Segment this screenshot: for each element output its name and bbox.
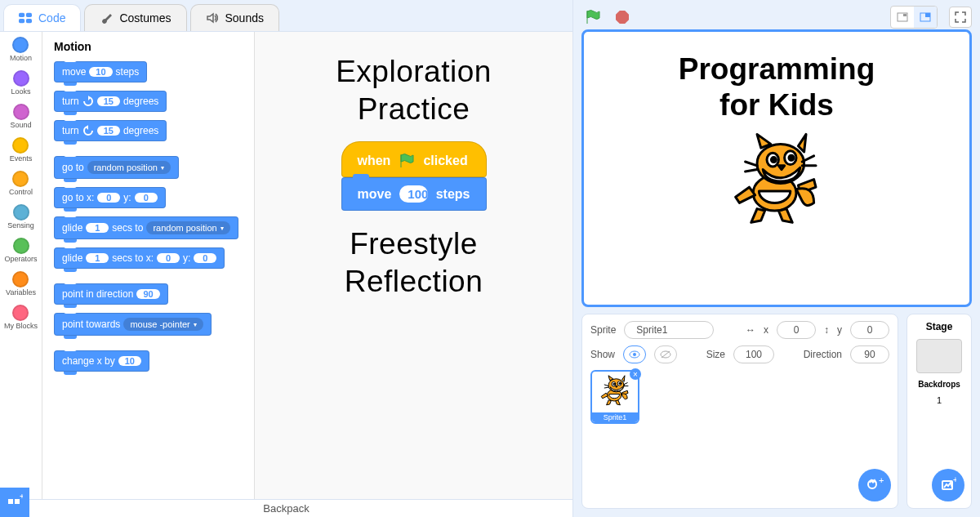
demo-script[interactable]: whenclicked move100steps: [341, 141, 487, 211]
category-label: Operators: [4, 256, 37, 263]
category-operators[interactable]: Operators: [4, 238, 37, 263]
sound-icon: [206, 11, 219, 25]
block-glidexy[interactable]: glide1secs to x:0y:0: [54, 247, 225, 269]
block-gotoxy[interactable]: go to x:0y:0: [54, 187, 166, 208]
svg-text:+: +: [20, 494, 23, 501]
tab-costumes-label: Costumes: [119, 11, 171, 25]
backdrop-thumbnail[interactable]: [916, 339, 962, 373]
dropdown[interactable]: random position: [87, 161, 171, 174]
block-changex[interactable]: change x by10: [54, 350, 149, 372]
svg-text:+: +: [879, 476, 884, 485]
backdrops-label: Backdrops: [918, 380, 960, 389]
stage-view-modes: [890, 6, 938, 29]
block-move-script[interactable]: move100steps: [341, 177, 487, 211]
svg-rect-12: [19, 19, 24, 23]
category-label: Sensing: [7, 222, 34, 230]
tab-costumes[interactable]: Costumes: [84, 4, 186, 31]
category-dot-icon: [12, 305, 29, 321]
editor-tabs: Code Costumes Sounds: [0, 0, 572, 31]
show-button[interactable]: [623, 345, 646, 363]
category-label: My Blocks: [4, 323, 38, 330]
stage-label: Stage: [926, 321, 953, 332]
block-goto[interactable]: go torandom position: [54, 156, 179, 179]
svg-text:+: +: [953, 477, 956, 484]
block-turn-ccw[interactable]: turn15degrees: [54, 120, 167, 141]
script-workspace[interactable]: Exploration Practice whenclicked move100…: [255, 32, 572, 499]
block-move[interactable]: move10steps: [54, 61, 147, 82]
category-motion[interactable]: Motion: [10, 37, 32, 62]
add-backdrop-button[interactable]: +: [932, 469, 964, 501]
block-glide[interactable]: glide1secs torandom position: [54, 216, 238, 239]
block-when-flag[interactable]: whenclicked: [341, 141, 487, 177]
sprite-name-field[interactable]: Sprite1: [624, 321, 714, 339]
block-turn-cw[interactable]: turn15degrees: [54, 91, 167, 112]
svg-rect-14: [8, 499, 13, 504]
svg-rect-13: [26, 19, 32, 23]
category-dot-icon: [13, 70, 29, 87]
category-dot-icon: [13, 238, 29, 254]
show-label: Show: [590, 349, 615, 360]
category-label: Sound: [10, 122, 31, 129]
sprite-label: Sprite: [590, 324, 616, 336]
stage-area[interactable]: Programmingfor Kids: [581, 29, 972, 307]
sprite-thumbnail[interactable]: × Sprite1: [590, 370, 639, 424]
stage-title: Programmingfor Kids: [679, 51, 875, 124]
tab-code[interactable]: Code: [3, 4, 81, 31]
category-variables[interactable]: Variables: [6, 271, 36, 296]
hide-button[interactable]: [654, 345, 677, 363]
category-sound[interactable]: Sound: [10, 104, 31, 129]
tab-sounds-label: Sounds: [225, 11, 264, 25]
category-looks[interactable]: Looks: [11, 70, 30, 96]
stop-button[interactable]: [611, 6, 634, 29]
block-point-dir[interactable]: point in direction90: [54, 283, 168, 305]
block-point-to[interactable]: point towardsmouse -pointer: [54, 313, 212, 336]
add-sprite-button[interactable]: +: [858, 469, 891, 501]
category-label: Control: [9, 189, 33, 196]
dropdown[interactable]: mouse -pointer: [123, 318, 203, 331]
category-my-blocks[interactable]: My Blocks: [4, 305, 38, 330]
sprite-direction-field[interactable]: 90: [850, 345, 889, 363]
backpack-bar[interactable]: Backpack: [0, 499, 572, 517]
direction-label: Direction: [804, 349, 842, 360]
backdrops-count: 1: [937, 395, 942, 405]
stage-panel: Stage Backdrops 1 +: [906, 314, 972, 509]
palette-header: Motion: [54, 40, 243, 53]
tab-sounds[interactable]: Sounds: [190, 4, 279, 31]
stop-icon: [616, 11, 629, 24]
overlay-word: Reflection: [345, 265, 483, 299]
size-label: Size: [706, 349, 725, 360]
sprite-thumb-icon: [599, 375, 631, 408]
svg-point-22: [633, 353, 636, 356]
block-categories: MotionLooksSoundEventsControlSensingOper…: [0, 32, 42, 499]
dropdown[interactable]: random position: [146, 221, 229, 234]
overlay-word: Exploration: [336, 55, 492, 89]
svg-rect-20: [925, 13, 930, 17]
sprite-on-stage[interactable]: [728, 132, 826, 230]
xy-arrows-icon: ↔: [746, 324, 755, 336]
fullscreen-button[interactable]: [949, 7, 972, 28]
tab-code-label: Code: [38, 11, 65, 25]
turn-cw-icon: [82, 96, 94, 107]
svg-rect-18: [903, 14, 906, 16]
overlay-word: Practice: [358, 92, 470, 127]
sprite-size-field[interactable]: 100: [733, 345, 774, 363]
category-events[interactable]: Events: [10, 137, 33, 163]
category-sensing[interactable]: Sensing: [7, 204, 34, 230]
sprite-y-field[interactable]: 0: [850, 321, 889, 339]
add-extension-button[interactable]: +: [0, 488, 29, 517]
view-small-button[interactable]: [891, 7, 914, 28]
sprite-x-field[interactable]: 0: [777, 321, 816, 339]
category-dot-icon: [12, 137, 29, 154]
view-large-button[interactable]: [914, 7, 937, 28]
sprite-info-panel: Sprite Sprite1 ↔ x 0 ↕ y 0 Show Size 100…: [581, 314, 898, 509]
code-icon: [19, 11, 32, 25]
category-label: Events: [10, 155, 33, 163]
category-label: Motion: [10, 55, 32, 62]
green-flag-button[interactable]: [581, 6, 604, 29]
category-dot-icon: [12, 37, 29, 53]
delete-sprite-icon[interactable]: ×: [630, 368, 641, 380]
sprite-thumb-label: Sprite1: [592, 412, 638, 422]
category-label: Variables: [6, 289, 36, 296]
svg-rect-11: [26, 13, 32, 17]
category-control[interactable]: Control: [9, 171, 33, 196]
